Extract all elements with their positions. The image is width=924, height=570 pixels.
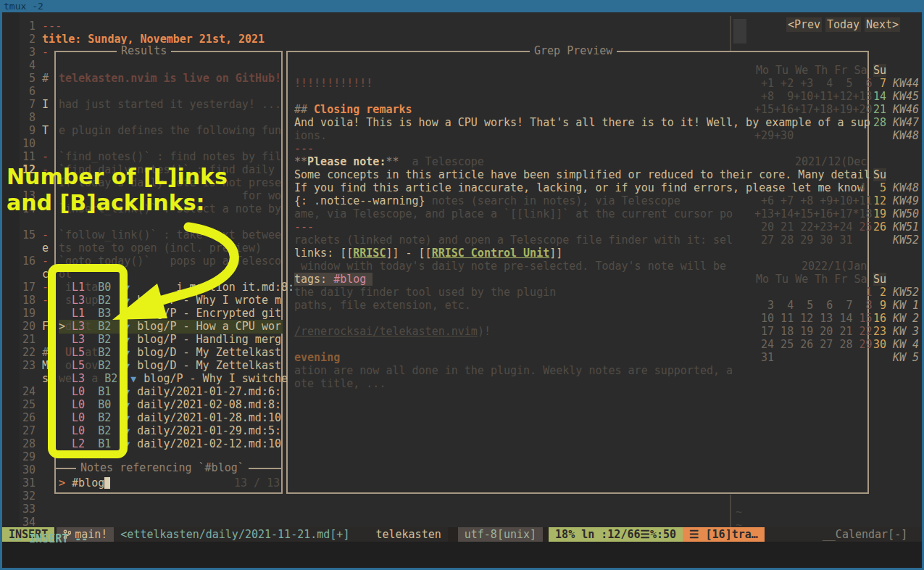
text-row: /renerocksai/telekasten.nvim)!: [294, 325, 491, 338]
trailing-whitespace-warning: ☰ [16]tra…: [683, 527, 765, 542]
text-row: Su: [873, 168, 886, 181]
text-row: telekasten.nvim is live on GitHub!: [59, 72, 281, 85]
text-row: 5 #: [22, 72, 49, 85]
calendar-scrollbar[interactable]: [733, 19, 746, 44]
text-row: 2021/12(Dec: [795, 155, 867, 168]
text-row: 24: [22, 385, 36, 398]
text-row: 26: [873, 220, 886, 234]
text-row: tags: #blog: [294, 273, 372, 286]
text-row: 9 T: [22, 124, 49, 137]
file-path: <ettelkasten/daily/2021-11-21.md[+]: [114, 527, 356, 542]
text-row: links: [[RRISC]] - [[RRISC Control Unit]…: [294, 247, 562, 260]
text-row: the daily finder tool used by the plugin: [294, 286, 556, 299]
text-row: 23: [873, 325, 886, 338]
results-border-right: [281, 51, 283, 468]
text-row: KW52: [893, 234, 919, 247]
text-row: +29+30: [754, 129, 794, 142]
text-row: 10 11 12 13 14 15: [754, 312, 873, 325]
text-row: 10: [22, 137, 36, 150]
text-row: 31: [22, 476, 36, 490]
text-row: +1 +2 +3 4 5 6: [754, 77, 873, 90]
text-row: 13 / 13: [234, 476, 280, 490]
down-arrow-icon: ▼: [130, 373, 143, 386]
text-row: 16 -: [22, 255, 49, 268]
text-row: Su: [873, 273, 886, 286]
calendar-next-button[interactable]: Next>: [865, 17, 900, 32]
text-row: 19: [22, 307, 36, 320]
text-row: 2: [873, 286, 886, 299]
text-row: 28: [22, 437, 36, 450]
text-row: 23 M: [22, 359, 49, 372]
text-row: s: [22, 372, 49, 385]
text-row: KW45: [893, 90, 919, 103]
text-row: KW 2: [893, 312, 919, 325]
text-row: {: .notice--warning} notes (search in no…: [294, 194, 680, 207]
text-row: 14: [873, 90, 886, 103]
text-row: KW 4: [893, 338, 919, 351]
text-row: 12: [873, 194, 886, 207]
text-row: **Please note:** a Telescope: [294, 155, 484, 168]
text-row: KW48: [893, 129, 919, 142]
text-row: 1: [754, 286, 873, 299]
calendar-today-button[interactable]: Today: [825, 17, 861, 32]
text-row: 31: [754, 351, 774, 364]
text-row: 17 18 19 20 21 22: [754, 325, 873, 338]
text-row: KW51: [893, 220, 919, 234]
text-row: 4: [22, 59, 36, 72]
text-row: 27: [22, 424, 36, 437]
text-row: 20 F: [22, 320, 49, 333]
text-row: Su: [873, 64, 886, 77]
text-row: +13+14+15+16+17*18: [754, 207, 873, 220]
statusline-filler: [356, 527, 369, 542]
text-row: 6: [22, 85, 36, 98]
text-row: 30: [873, 338, 886, 351]
text-row: 15 -: [22, 228, 49, 241]
text-row: ---: [294, 142, 314, 155]
status-line: INSERT main! <ettelkasten/daily/2021-11-…: [2, 527, 922, 542]
preview-border-bottom: [286, 492, 869, 494]
text-row: ## Closing remarks: [294, 103, 412, 116]
text-row: 11 -: [22, 150, 49, 163]
prompt-border-left: [54, 468, 56, 494]
text-row: 21: [22, 333, 36, 346]
text-row: ation are now all done in the plugin. We…: [294, 364, 733, 377]
text-row: 29: [22, 450, 36, 463]
text-row: 30: [22, 463, 36, 476]
text-row: c: [22, 268, 49, 281]
prompt-border-bottom: [54, 492, 283, 494]
text-row: And voila! This is how a CPU works! That…: [294, 116, 870, 129]
text-row: had just started it yesterday! ...: [59, 98, 281, 111]
text-row: KW47: [893, 116, 919, 129]
text-row: ---: [294, 220, 314, 234]
text-row: 26: [22, 411, 36, 424]
text-row: KW 5: [893, 351, 919, 364]
text-row: 16: [873, 312, 886, 325]
prompt-input[interactable]: > #blog: [59, 476, 110, 490]
calendar-prev-button[interactable]: <Prev: [786, 17, 822, 32]
terminal-window: tmux -2 <Prev Today Next> Results Grep P…: [0, 0, 924, 570]
text-row: 25: [22, 398, 36, 411]
text-row: 21: [873, 103, 886, 116]
prompt-border-right: [281, 468, 283, 494]
sign-column: [2, 12, 20, 527]
text-row: +15+16+17+18+19+20: [754, 103, 873, 116]
text-row: 27 28 29 30 31: [754, 234, 852, 247]
text-row: e plugin defines the following fun: [59, 124, 281, 137]
text-row: rackets (linked note) and open a Telesco…: [294, 234, 733, 247]
text-row: ote title, ...: [294, 377, 386, 390]
text-row: KW48: [893, 181, 919, 194]
text-row: KW46: [893, 103, 919, 116]
text-row: evening: [294, 351, 340, 364]
annotation-arrow: [98, 205, 265, 329]
text-row: 24 25 26 27 28 29: [754, 338, 873, 351]
text-row: `find_notes()` : find notes by fil: [59, 150, 281, 163]
results-pane-title: Results: [117, 44, 171, 57]
text-row: 3 -: [22, 46, 49, 59]
text-row: 32: [22, 490, 36, 503]
cursor-position: 18% ln :12/66☰%:50: [549, 527, 683, 542]
text-row: paths, file extension, etc.: [294, 299, 471, 312]
text-row: 3 4 5 6 7 8: [754, 299, 873, 312]
command-line-area: [2, 542, 922, 568]
text-row: window with today's daily note pre-selec…: [294, 260, 726, 273]
text-row: 20 21 22+23+24 25: [754, 220, 873, 234]
